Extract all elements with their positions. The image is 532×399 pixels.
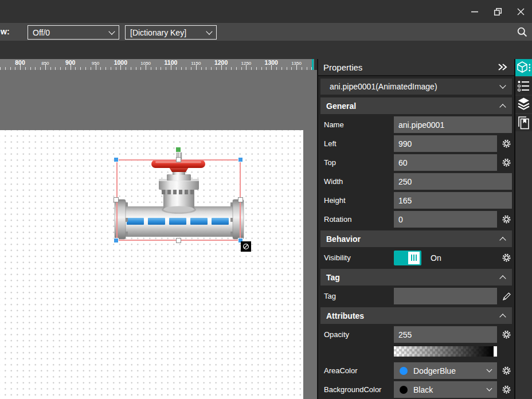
row-area-color: AreaColor DodgerBlue: [320, 362, 512, 379]
resize-handle-top[interactable]: [176, 157, 181, 162]
toolbar-label: w:: [1, 27, 10, 36]
row-background-color: BackgroundColor Black: [320, 381, 512, 398]
chevron-up-icon: [499, 275, 506, 281]
width-input[interactable]: [394, 173, 512, 190]
area-color-label: AreaColor: [320, 366, 394, 375]
pencil-icon[interactable]: [502, 291, 512, 302]
layers-icon: [515, 96, 532, 113]
dictionary-dropdown-value: [Dictionary Key]: [130, 28, 207, 37]
area-color-value: DodgerBlue: [413, 366, 487, 375]
window-controls: [463, 0, 532, 23]
section-general[interactable]: General: [320, 97, 512, 114]
properties-header: Properties: [318, 59, 514, 76]
properties-panel: Properties ani.pipe0001(AnimatedImage) G…: [318, 59, 514, 399]
gear-icon[interactable]: [501, 252, 512, 263]
object-selector-value: ani.pipe0001(AnimatedImage): [330, 82, 500, 91]
section-behavior[interactable]: Behavior: [320, 230, 512, 247]
titlebar: [0, 0, 532, 23]
gear-icon[interactable]: [501, 214, 512, 225]
panel-title: Properties: [323, 62, 498, 72]
section-behavior-title: Behavior: [326, 234, 500, 244]
row-opacity: Opacity: [320, 326, 512, 343]
opacity-slider-handle[interactable]: [494, 346, 497, 357]
chevron-down-icon: [487, 386, 492, 392]
cube-properties-icon: [515, 59, 532, 76]
section-attributes-title: Attributes: [326, 311, 500, 320]
resize-handle-top-left[interactable]: [114, 157, 119, 162]
no-entry-icon: [242, 242, 250, 251]
area-color-dropdown[interactable]: DodgerBlue: [394, 362, 497, 379]
section-attributes[interactable]: Attributes: [320, 307, 512, 324]
resize-handle-left[interactable]: [114, 197, 119, 202]
resize-handle-right[interactable]: [238, 197, 243, 202]
row-height: Height: [320, 192, 512, 209]
row-rotation: Rotation: [320, 211, 512, 228]
rotation-label: Rotation: [320, 215, 394, 224]
visibility-toggle[interactable]: [394, 251, 421, 265]
hmi-editor-window: { "toolbar": { "label": "w:", "state_dro…: [0, 0, 532, 399]
left-label: Left: [320, 139, 394, 148]
dictionary-key-dropdown[interactable]: [Dictionary Key]: [125, 25, 217, 40]
top-input[interactable]: [394, 154, 497, 171]
background-color-label: BackgroundColor: [320, 385, 394, 394]
gear-icon[interactable]: [501, 329, 512, 340]
ruler-cursor-marker: [312, 59, 314, 70]
state-dropdown-value: Off/0: [33, 28, 109, 37]
gear-icon[interactable]: [501, 138, 512, 149]
section-tag[interactable]: Tag: [320, 269, 512, 285]
section-tag-title: Tag: [326, 273, 500, 282]
name-input[interactable]: [394, 116, 512, 133]
pages-icon: [515, 114, 532, 131]
tab-pages[interactable]: [515, 114, 532, 131]
gear-icon[interactable]: [501, 157, 512, 168]
gear-icon[interactable]: [501, 384, 512, 395]
row-visibility: Visibility On: [320, 249, 512, 266]
minimize-icon: [471, 11, 478, 13]
resize-handle-top-right[interactable]: [238, 157, 243, 162]
side-icon-strip: [514, 59, 532, 399]
state-dropdown[interactable]: Off/0: [28, 25, 119, 40]
tab-properties[interactable]: [515, 59, 532, 76]
chevron-up-icon: [499, 104, 506, 110]
chevron-down-icon: [108, 28, 115, 34]
chevron-down-icon: [499, 82, 506, 88]
object-selector-dropdown[interactable]: ani.pipe0001(AnimatedImage): [320, 79, 512, 95]
resize-handle-bottom-left[interactable]: [114, 238, 119, 243]
background-color-value: Black: [413, 385, 487, 394]
name-label: Name: [320, 120, 394, 129]
height-input[interactable]: [394, 192, 512, 209]
chevron-down-icon: [487, 367, 492, 373]
minimize-button[interactable]: [463, 0, 486, 23]
top-label: Top: [320, 158, 394, 167]
selection-rectangle: [116, 159, 241, 241]
rotation-handle[interactable]: [175, 147, 181, 152]
resize-handle-bottom[interactable]: [176, 238, 181, 243]
restore-icon: [494, 7, 502, 16]
height-label: Height: [320, 196, 394, 205]
opacity-label: Opacity: [320, 330, 394, 339]
visibility-state: On: [431, 253, 441, 263]
restore-button[interactable]: [486, 0, 509, 23]
rotation-input[interactable]: [394, 211, 497, 228]
tag-input[interactable]: [394, 288, 497, 304]
no-entry-badge: [241, 241, 251, 252]
area-color-swatch: [400, 367, 408, 375]
opacity-input[interactable]: [394, 326, 497, 343]
close-button[interactable]: [509, 0, 532, 23]
chevron-up-icon: [499, 237, 506, 243]
search-button[interactable]: [515, 25, 529, 39]
row-top: Top: [320, 154, 512, 171]
row-left: Left: [320, 135, 512, 152]
row-width: Width: [320, 173, 512, 190]
tab-layers[interactable]: [515, 96, 532, 113]
background-color-dropdown[interactable]: Black: [394, 381, 497, 398]
background-color-swatch: [400, 386, 408, 394]
chevron-up-icon: [499, 314, 506, 320]
left-input[interactable]: [394, 135, 497, 152]
section-general-title: General: [326, 101, 500, 111]
gear-icon[interactable]: [501, 365, 512, 376]
tab-events[interactable]: [515, 77, 532, 95]
opacity-gradient-slider[interactable]: [394, 346, 497, 357]
collapse-panel-icon[interactable]: [498, 63, 507, 71]
canvas-workspace[interactable]: [0, 70, 318, 399]
